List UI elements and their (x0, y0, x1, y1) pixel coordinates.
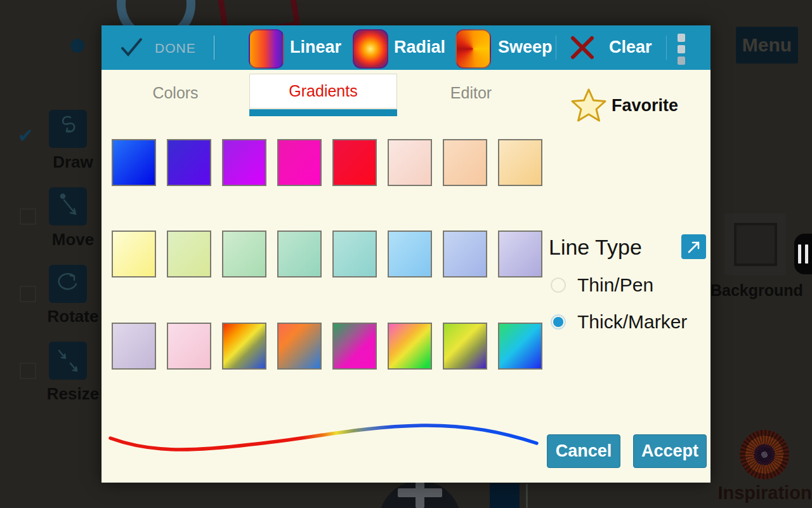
gradient-swatch-r2-c6[interactable] (388, 231, 432, 277)
draw-tool-label: Draw (38, 152, 108, 172)
radio-selected-icon[interactable] (551, 314, 566, 330)
move-tool-tile[interactable] (49, 187, 87, 225)
draw-checkbox[interactable]: ✔ (18, 127, 36, 145)
gradient-swatch-r1-c5[interactable] (332, 139, 377, 186)
gradient-swatch-r1-c6[interactable] (388, 139, 432, 186)
gradient-swatch-r2-c8[interactable] (498, 231, 542, 277)
tab-gradients[interactable]: Gradients (249, 74, 397, 109)
tab-colors[interactable]: Colors (102, 70, 249, 116)
line-type-option-thick[interactable]: Thick/Marker (551, 311, 687, 333)
draw-tool-tile[interactable] (49, 110, 87, 148)
gradient-picker-dialog: DONE Linear Radial Sweep Clear Colors Gr… (102, 25, 710, 483)
radial-gradient-chip-icon[interactable] (353, 29, 388, 69)
background-dot-shape (70, 39, 84, 53)
gradient-swatch-r2-c7[interactable] (443, 231, 487, 277)
inspiration-label: Inspiration (709, 483, 812, 504)
background-thumbnail[interactable] (724, 213, 786, 275)
gradient-swatch-r1-c7[interactable] (443, 139, 487, 186)
bottom-color-chip[interactable] (490, 483, 520, 508)
gradient-swatch-r1-c8[interactable] (498, 139, 542, 186)
gradient-swatch-r2-c4[interactable] (277, 231, 322, 277)
header-divider (214, 36, 214, 60)
gradient-swatch-r1-c1[interactable] (112, 139, 156, 186)
gradient-stroke-preview (105, 418, 542, 457)
sweep-mode-button[interactable]: Sweep (498, 37, 553, 57)
gradient-swatch-r2-c5[interactable] (332, 231, 377, 277)
gradient-swatch-r3-c7[interactable] (443, 323, 487, 370)
diagonal-arrow-icon (686, 239, 702, 255)
cancel-button[interactable]: Cancel (547, 434, 620, 468)
menu-button-label: Menu (742, 34, 792, 56)
line-type-expand-button[interactable] (681, 234, 706, 259)
gradient-swatch-r2-c1[interactable] (112, 231, 156, 277)
handle-grip-icon (805, 244, 808, 264)
gradient-swatch-row (112, 139, 542, 186)
rotate-tool-tile[interactable] (49, 265, 87, 303)
move-tool-label: Move (38, 230, 108, 250)
gradient-swatch-r3-c1[interactable] (112, 323, 156, 370)
drawer-handle[interactable] (794, 234, 812, 274)
clear-button[interactable]: Clear (609, 37, 652, 57)
gradient-swatch-r3-c6[interactable] (388, 323, 432, 370)
move-checkbox[interactable] (20, 208, 36, 225)
tab-bar: Colors Gradients Editor (102, 70, 546, 116)
done-check-icon[interactable] (119, 36, 145, 58)
radio-unselected-icon[interactable] (551, 277, 566, 293)
favorite-label: Favorite (612, 96, 678, 116)
handle-grip-icon (798, 244, 801, 264)
resize-checkbox[interactable] (20, 363, 36, 379)
resize-tool-label: Resize (38, 384, 108, 404)
resize-tool-tile[interactable] (49, 342, 87, 380)
gradient-swatch-r3-c5[interactable] (332, 323, 377, 370)
star-icon (570, 86, 608, 124)
move-icon (49, 187, 87, 225)
gradient-swatch-r3-c4[interactable] (277, 323, 322, 370)
gradient-swatch-r2-c3[interactable] (222, 231, 266, 277)
inspiration-icon[interactable] (740, 430, 789, 479)
active-tab-underline (249, 109, 397, 116)
thick-marker-label: Thick/Marker (577, 311, 687, 333)
rotate-icon (49, 265, 87, 303)
cancel-button-label: Cancel (556, 441, 612, 461)
line-type-title: Line Type (549, 235, 642, 260)
rotate-tool-label: Rotate (38, 307, 108, 326)
radial-mode-button[interactable]: Radial (394, 37, 445, 57)
gradient-swatch-row (112, 323, 542, 370)
gradient-swatch-r1-c3[interactable] (222, 139, 266, 186)
tab-editor[interactable]: Editor (397, 70, 545, 116)
gradient-swatch-r1-c4[interactable] (277, 139, 322, 186)
clear-x-icon[interactable] (568, 33, 597, 62)
gradient-swatch-r3-c3[interactable] (222, 323, 266, 370)
plus-icon (416, 481, 424, 508)
menu-button[interactable]: Menu (736, 27, 798, 64)
linear-gradient-chip-icon[interactable] (249, 29, 284, 69)
gradient-swatch-r2-c2[interactable] (167, 231, 211, 277)
dialog-header: DONE Linear Radial Sweep Clear (102, 25, 710, 70)
rotate-checkbox[interactable] (20, 286, 36, 302)
sweep-gradient-chip-icon[interactable] (455, 29, 491, 69)
background-label: Background (710, 281, 802, 300)
linear-mode-button[interactable]: Linear (290, 37, 341, 57)
resize-icon (49, 342, 87, 380)
gradient-swatch-r3-c2[interactable] (167, 323, 211, 370)
header-divider (556, 36, 556, 60)
favorite-button[interactable]: Favorite (570, 86, 678, 124)
line-type-option-thin[interactable]: Thin/Pen (551, 274, 653, 296)
bottom-divider (526, 484, 528, 508)
overflow-menu-icon[interactable] (678, 34, 685, 65)
thin-pen-label: Thin/Pen (577, 274, 653, 296)
draw-icon (49, 110, 87, 148)
accept-button[interactable]: Accept (633, 434, 707, 468)
gradient-swatch-r3-c8[interactable] (498, 323, 542, 370)
gradient-swatch-row (112, 231, 542, 277)
done-button[interactable]: DONE (155, 41, 196, 56)
header-divider (666, 36, 667, 60)
background-thumbnail-inner (734, 223, 777, 266)
gradient-swatch-r1-c2[interactable] (167, 139, 211, 186)
accept-button-label: Accept (641, 441, 698, 461)
